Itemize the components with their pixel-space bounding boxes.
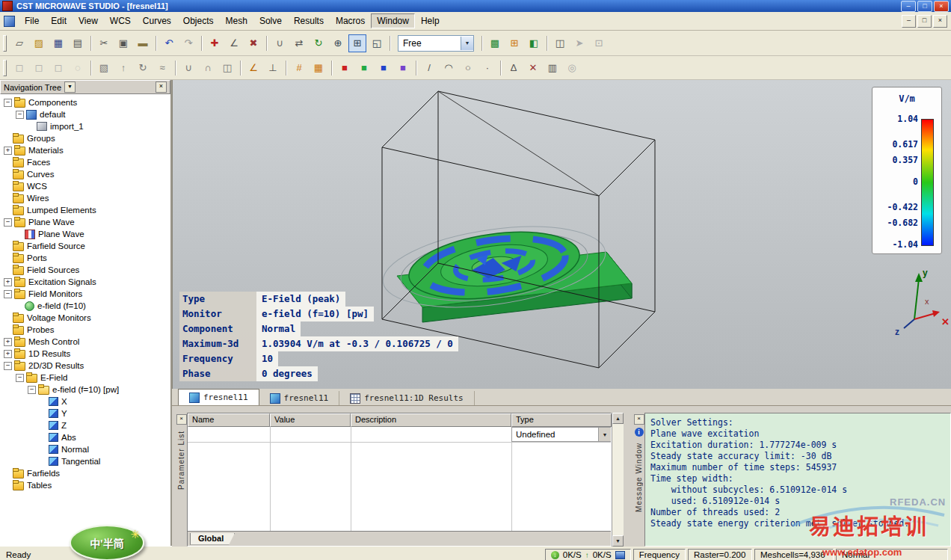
open-file-icon[interactable]: ▨ [30,34,48,52]
zoom-in-icon[interactable]: ⊕ [329,34,347,52]
delete-curve-icon[interactable]: ✕ [524,59,542,77]
loft-icon[interactable]: ≈ [153,59,171,77]
boolean-intersect-icon[interactable]: ∩ [199,59,217,77]
parameter-scrollbar[interactable]: ▲ ▼ [612,413,624,547]
titlebar[interactable]: CST MICROWAVE STUDIO - [fresnel11] – □ × [0,0,951,12]
tree-expander-icon[interactable]: − [16,374,24,382]
mdi-restore-button[interactable]: □ [917,15,932,28]
tree-expander-icon[interactable]: − [28,386,36,394]
template-icon[interactable]: ◻ [49,59,67,77]
column-header-type[interactable]: Type [511,413,612,427]
line-curve-icon[interactable]: / [420,59,438,77]
history-list-icon[interactable]: ◻ [10,59,28,77]
tree-item-e-field-f-10[interactable]: e-field (f=10) [0,300,170,312]
message-window-content[interactable]: Solver Settings:Plane wave excitationExc… [644,413,951,547]
tree-item-groups[interactable]: Groups [0,132,170,144]
macro-record-icon[interactable]: ◻ [30,59,48,77]
crop-region-icon[interactable]: ⊡ [590,34,608,52]
parameter-type-cell[interactable]: Undefined▼ [511,427,611,442]
menu-mesh[interactable]: Mesh [220,13,253,28]
tree-expander-icon[interactable]: − [4,99,12,107]
tree-item-default[interactable]: −default [0,108,170,120]
column-header-value[interactable]: Value [270,413,351,427]
tree-item-materials[interactable]: +Materials [0,144,170,156]
zoom-window-icon[interactable]: ⊞ [348,34,366,52]
excitation-result-icon[interactable]: ■ [336,59,354,77]
tree-expander-icon[interactable]: − [16,111,24,119]
select-arrow-icon[interactable]: ➤ [570,34,588,52]
menu-macros[interactable]: Macros [330,13,371,28]
tree-item-2d-3d-results[interactable]: −2D/3D Results [0,360,170,372]
mouse-mode-dropdown[interactable]: Free▼ [398,35,474,52]
tree-item-voltage-monitors[interactable]: Voltage Monitors [0,312,170,324]
menu-results[interactable]: Results [288,13,330,28]
copy-icon[interactable]: ▣ [114,34,132,52]
menu-wcs[interactable]: WCS [104,13,137,28]
wcs-toggle-icon[interactable]: ∠ [244,59,262,77]
dropdown-arrow-icon[interactable]: ▼ [598,428,611,441]
section-view-icon[interactable]: ▥ [544,59,561,77]
brick-shape-icon[interactable]: ▧ [95,59,113,77]
tree-item-lumped-elements[interactable]: Lumped Elements [0,204,170,216]
tree-close-icon[interactable]: × [156,81,167,93]
hfield-result-icon[interactable]: ■ [355,59,373,77]
tree-item-ports[interactable]: Ports [0,252,170,264]
menu-window[interactable]: Window [371,13,415,28]
menu-help[interactable]: Help [415,13,446,28]
point-icon[interactable]: · [478,59,496,77]
parametric-update-icon[interactable]: ◌ [69,59,87,77]
toolbar-grip[interactable] [3,60,7,76]
column-header-name[interactable]: Name [188,413,270,427]
maximize-button[interactable]: □ [917,1,932,12]
tab-fresnel11[interactable]: fresnel11 [178,389,259,405]
ime-status-badge[interactable]: 中'半简 ✳ [70,525,144,560]
refresh-view-icon[interactable]: ◎ [563,59,581,77]
tree-item-mesh-control[interactable]: +Mesh Control [0,336,170,348]
mdi-close-button[interactable]: × [933,15,947,28]
cut-icon[interactable]: ✂ [95,34,113,52]
tree-expander-icon[interactable]: − [4,362,12,370]
pick-point-icon[interactable]: ✚ [206,34,224,52]
menu-solve[interactable]: Solve [253,13,288,28]
tab-fresnel11[interactable]: fresnel11 [259,391,340,405]
extrude-icon[interactable]: ↑ [114,59,132,77]
boolean-add-icon[interactable]: ∪ [179,59,197,77]
tree-dropdown-icon[interactable]: ▼ [64,81,76,93]
menu-objects[interactable]: Objects [177,13,220,28]
save-icon[interactable]: ▦ [49,34,67,52]
close-button[interactable]: × [934,1,949,12]
paste-icon[interactable]: ▬ [134,34,152,52]
tree-item-y[interactable]: Y [0,407,170,419]
tree-item-e-field[interactable]: −E-Field [0,372,170,384]
tree-item-x[interactable]: X [0,396,170,407]
tree-item-faces[interactable]: Faces [0,156,170,168]
column-header-description[interactable]: Description [351,413,511,427]
arc-curve-icon[interactable]: ◠ [440,59,458,77]
tree-expander-icon[interactable]: + [4,350,12,358]
mesh-properties-icon[interactable]: ⊞ [505,34,523,52]
parameter-sweep-icon[interactable]: # [290,59,308,77]
cutting-plane-icon[interactable]: ◫ [551,34,569,52]
tree-item-components[interactable]: −Components [0,96,170,108]
scroll-up-icon[interactable]: ▲ [612,413,624,424]
tree-item-abs[interactable]: Abs [0,431,170,443]
3d-viewport[interactable]: V/m 1.040.6170.3570-0.422-0.682-1.04 y ✕… [172,80,951,389]
clear-picks-icon[interactable]: ✖ [244,34,262,52]
minimize-button[interactable]: – [901,1,916,12]
tree-item-field-monitors[interactable]: −Field Monitors [0,288,170,300]
menu-file[interactable]: File [19,13,45,28]
tree-item-import-1[interactable]: import_1 [0,120,170,132]
scroll-down-icon[interactable]: ▼ [612,535,624,547]
tree-item-z[interactable]: Z [0,419,170,431]
tree-item-plane-wave[interactable]: Plane Wave [0,228,170,240]
tree-item-farfields[interactable]: Farfields [0,467,170,479]
tree-expander-icon[interactable]: + [4,278,12,286]
tree-item-probes[interactable]: Probes [0,324,170,336]
tree-item-plane-wave[interactable]: −Plane Wave [0,216,170,228]
slice-shape-icon[interactable]: ◫ [218,59,236,77]
rotate-shape-icon[interactable]: ↻ [134,59,152,77]
panel-splitter[interactable] [624,413,633,547]
tree-item-farfield-source[interactable]: Farfield Source [0,240,170,252]
farfield-result-icon[interactable]: ■ [394,59,412,77]
energy-balance-icon[interactable]: ◧ [525,34,543,52]
